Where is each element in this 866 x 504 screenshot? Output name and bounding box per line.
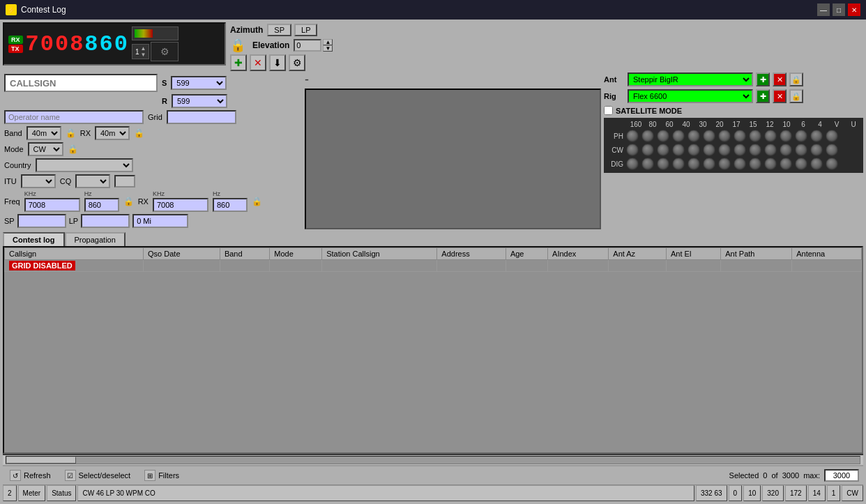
s-rst-select[interactable]: 599 [171,76,227,90]
elevation-down-button[interactable]: ▼ [323,45,333,52]
refresh-button[interactable]: ↺ Refresh [7,468,54,482]
select-deselect-button[interactable]: ☑ Select/deselect [62,468,134,482]
itu-extra-input[interactable] [114,175,135,188]
rotor-download-button[interactable]: ⬇ [269,54,286,71]
rotor-delete-button[interactable]: ✕ [250,54,266,71]
max-input[interactable] [824,469,859,482]
frequency-digits: 7 0 0 8 8 6 0 [26,31,129,57]
scrollbar-track[interactable] [6,456,860,464]
col-header-age[interactable]: Age [506,248,547,260]
table-scrollbar[interactable] [3,454,863,465]
band-select[interactable]: 40m 80m 20m [26,126,61,140]
r-rst-select[interactable]: 599 [172,94,227,108]
elevation-label: Elevation [252,40,289,50]
maximize-button[interactable]: □ [833,3,845,16]
rig-delete-button[interactable]: ✕ [773,89,787,103]
mi-input[interactable] [132,214,188,228]
ant-add-button[interactable]: ✚ [756,72,770,86]
mode-lock-icon[interactable]: 🔒 [68,144,78,154]
ph-row: PH [607,130,860,142]
operator-input[interactable] [4,110,144,124]
col-header-aindex[interactable]: AIndex [548,248,609,260]
log-table-container[interactable]: Callsign Qso Date Band Mode Station Call… [3,246,863,454]
freq-khz-input[interactable] [24,198,80,212]
status-cell-320: 320 [762,485,784,501]
itu-select[interactable] [21,174,56,188]
ant-delete-button[interactable]: ✕ [773,72,787,86]
preset-down[interactable]: ▼ [141,52,146,58]
rx-freq-khz-input[interactable] [153,198,208,212]
col-header-callsign[interactable]: Callsign [5,248,144,260]
cw-led-160 [626,144,639,156]
freq-lock-icon[interactable]: 🔒 [123,197,134,206]
tab-contest-log[interactable]: Contest log [3,232,65,246]
lp-button[interactable]: LP [294,24,317,36]
freq-hz-input[interactable] [84,198,119,212]
top-controls: RX TX 7 0 0 8 8 6 0 [3,22,863,72]
dig-led-20 [703,158,715,170]
col-header-address[interactable]: Address [437,248,506,260]
lp-freq-input[interactable] [81,214,130,228]
rotor-add-button[interactable]: ✚ [230,54,247,71]
rx-freq-lock-icon[interactable]: 🔒 [252,197,262,206]
scrollbar-thumb[interactable] [6,457,76,464]
elevation-input[interactable] [294,39,321,52]
spectrum-section: - [305,72,601,229]
col-header-mode[interactable]: Mode [270,248,322,260]
rx-tx-badges: RX TX [8,36,23,53]
rig-lock-button[interactable]: 🔒 [789,89,803,103]
rig-add-button[interactable]: ✚ [756,89,770,103]
sp-button[interactable]: SP [267,24,291,36]
col-header-antenna[interactable]: Antenna [792,248,862,260]
elevation-up-button[interactable]: ▲ [323,39,333,45]
col-header-ant-az[interactable]: Ant Az [609,248,667,260]
band-col-10: 10 [780,121,793,128]
dash-separator: - [305,72,309,87]
dig-led-160 [626,158,639,170]
selected-label: Selected [729,471,759,480]
empty-cell-5 [437,260,506,272]
band-lock-icon[interactable]: 🔒 [66,128,76,138]
col-header-ant-path[interactable]: Ant Path [721,248,792,260]
close-button[interactable]: ✕ [848,3,860,16]
rotor-settings-button[interactable]: ⚙ [289,54,305,71]
minimize-button[interactable]: — [817,3,830,16]
ph-led-15 [734,130,746,142]
sp-lp-row: SP LP [267,24,317,36]
settings-box[interactable]: ⚙ [151,42,178,61]
satellite-checkbox[interactable] [604,106,613,115]
rx-freq-label: RX [138,197,149,206]
azimuth-label: Azimuth [230,25,263,35]
ph-led-10 [764,130,777,142]
tab-propagation[interactable]: Propagation [65,232,126,246]
rx-freq-hz-input[interactable] [213,198,248,212]
ph-led-12 [749,130,761,142]
status-cell-cw: CW 46 LP 30 WPM CO [77,485,694,501]
col-header-qso-date[interactable]: Qso Date [144,248,220,260]
col-header-station-callsign[interactable]: Station Callsign [322,248,437,260]
freq-digit-6: 6 [100,31,114,57]
dig-led-30 [688,158,700,170]
col-header-ant-el[interactable]: Ant El [667,248,721,260]
grid-input[interactable] [167,110,236,124]
ph-led-u [826,130,838,142]
ant-select[interactable]: Steppir BigIR [628,72,753,86]
mode-select[interactable]: CW SSB FT8 [28,142,63,156]
filters-button[interactable]: ⊞ Filters [142,468,182,482]
country-select[interactable] [36,158,133,172]
ph-label: PH [607,132,623,140]
rx-band-select[interactable]: 40m [95,126,130,140]
sp-freq-input[interactable] [17,214,66,228]
ant-lock-button[interactable]: 🔒 [789,72,803,86]
callsign-input[interactable] [4,74,158,92]
cw-led-60 [657,144,669,156]
preset-up[interactable]: ▲ [141,45,146,52]
rx-band-lock-icon[interactable]: 🔒 [134,128,144,138]
rig-select[interactable]: Flex 6600 [628,89,753,103]
freq-digit-5: 8 [84,31,99,57]
cq-select[interactable] [75,174,110,188]
right-panel: Ant Steppir BigIR ✚ ✕ 🔒 Rig Flex 6600 ✚ … [604,72,863,229]
form-left: S 599 R 599 Grid Band 40m [3,72,302,229]
filters-icon: ⊞ [144,470,155,481]
col-header-band[interactable]: Band [220,248,269,260]
